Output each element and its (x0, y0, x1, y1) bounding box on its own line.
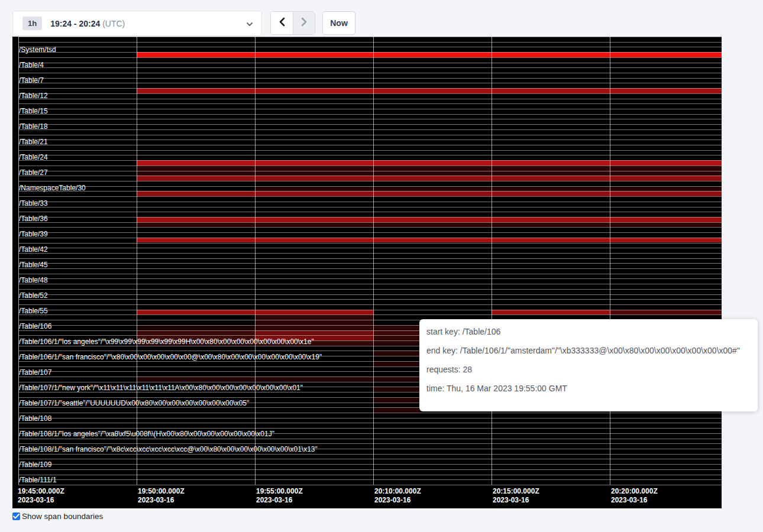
row-label: /Table/24 (19, 153, 48, 161)
time-range-selector[interactable]: 1h 19:24 - 20:24 (UTC) (12, 11, 262, 36)
row-label: /Table/36 (19, 215, 48, 223)
span-boundary-line (18, 83, 722, 83)
span-boundary-line (18, 176, 722, 176)
span-boundary-line (18, 47, 722, 47)
heat-band (255, 314, 373, 320)
span-boundary-line (18, 310, 722, 310)
span-boundary-line (18, 119, 722, 119)
row-label: /Table/106/1/"san francisco"/"\x80\x00\x… (19, 353, 322, 361)
span-boundary-line (18, 485, 722, 485)
axis-time: 20:20:00.000Z (611, 487, 658, 496)
time-gridline (373, 37, 374, 485)
span-boundary-line (18, 278, 722, 279)
span-boundary-line (18, 304, 722, 305)
x-axis-tick: 19:50:00.000Z2023-03-16 (138, 487, 185, 505)
span-boundary-line (18, 155, 722, 155)
axis-date: 2023-03-16 (138, 496, 185, 505)
span-boundary-line (18, 418, 722, 419)
time-gridline (492, 37, 492, 485)
row-label: /Table/106/1/"los angeles"/"\x99\x99\x99… (19, 338, 314, 346)
span-boundary-line (18, 454, 722, 455)
row-label: /Table/108/1/"san francisco"/"\x8c\xcc\x… (19, 445, 318, 453)
duration-chip: 1h (22, 17, 42, 30)
row-label: /Table/12 (19, 92, 48, 100)
span-boundary-line (18, 268, 722, 269)
span-boundary-line (18, 93, 722, 94)
time-gridline (610, 37, 610, 485)
heat-band (137, 52, 722, 57)
row-label: /Table/55 (19, 307, 48, 315)
heat-band (137, 330, 255, 336)
row-label: /Table/39 (19, 230, 48, 238)
row-label: /Table/18 (19, 122, 48, 131)
heat-band (255, 186, 722, 192)
span-boundary-line (18, 464, 722, 465)
span-boundary-line (18, 78, 722, 79)
tooltip-requests: requests: 28 (426, 365, 751, 374)
time-nav-group (270, 11, 315, 35)
span-boundary-line (18, 37, 722, 37)
span-boundary-line (18, 88, 722, 89)
span-boundary-line (18, 171, 722, 171)
key-visualizer-heatmap[interactable]: /System/tsd/Table/4/Table/7/Table/12/Tab… (12, 37, 722, 508)
span-boundary-line (18, 140, 722, 140)
chevron-left-icon (279, 17, 285, 29)
heat-band (373, 335, 419, 340)
show-span-boundaries-checkbox[interactable] (12, 512, 20, 520)
row-label: /Table/107/1/"seattle"/"UUUUUUD\x00\x80\… (19, 399, 249, 407)
chevron-down-icon (246, 18, 253, 29)
span-boundary-line (18, 109, 722, 109)
axis-time: 19:55:00.000Z (256, 487, 303, 496)
now-button[interactable]: Now (322, 11, 355, 35)
span-boundary-line (18, 73, 722, 73)
span-boundary-line (18, 274, 722, 274)
span-boundary-line (18, 428, 722, 429)
span-boundary-line (18, 227, 722, 228)
axis-date: 2023-03-16 (374, 496, 421, 505)
span-boundary-line (18, 129, 722, 130)
row-label: /Table/111/1 (19, 476, 57, 484)
heat-band (610, 310, 722, 315)
span-boundary-line (18, 469, 722, 470)
span-boundary-line (18, 258, 722, 259)
span-boundary-line (18, 284, 722, 284)
span-boundary-line (18, 42, 722, 43)
span-boundary-line (18, 52, 722, 53)
span-boundary-line (18, 263, 722, 264)
show-span-boundaries-label: Show span boundaries (22, 512, 103, 521)
heat-band (373, 397, 419, 403)
heat-band (137, 217, 722, 222)
row-label: /Table/107/1/"new york"/"\x11\x11\x11\x1… (19, 384, 303, 392)
heat-band (137, 325, 255, 330)
next-time-button[interactable] (293, 12, 315, 34)
x-axis-tick: 19:45:00.000Z2023-03-16 (18, 487, 64, 505)
span-boundary-line (18, 443, 722, 444)
x-axis-tick: 20:15:00.000Z2023-03-16 (493, 487, 539, 505)
axis-date: 2023-03-16 (256, 496, 303, 505)
span-boundary-line (18, 150, 722, 151)
span-boundary-line (18, 135, 722, 135)
row-label: /Table/45 (19, 261, 48, 269)
heat-band (137, 160, 722, 166)
span-boundary-line (18, 238, 722, 238)
heat-band (137, 171, 722, 176)
span-boundary-line (18, 248, 722, 248)
span-boundary-line (18, 243, 722, 244)
span-boundary-line (18, 475, 722, 475)
span-boundary-line (18, 145, 722, 145)
row-label: /Table/48 (19, 276, 48, 284)
heat-band (137, 191, 722, 196)
heat-band (373, 325, 419, 330)
span-boundary-line (18, 253, 722, 254)
heat-band (255, 330, 373, 336)
span-boundary-line (18, 124, 722, 125)
prev-time-button[interactable] (271, 12, 293, 34)
row-label: /Table/33 (19, 199, 48, 207)
axis-date: 2023-03-16 (493, 496, 539, 505)
heat-band (373, 330, 419, 336)
span-boundary-line (18, 67, 722, 68)
span-boundary-line (18, 314, 722, 315)
span-boundary-line (18, 439, 722, 439)
axis-date: 2023-03-16 (611, 496, 658, 505)
heat-band (137, 176, 722, 181)
